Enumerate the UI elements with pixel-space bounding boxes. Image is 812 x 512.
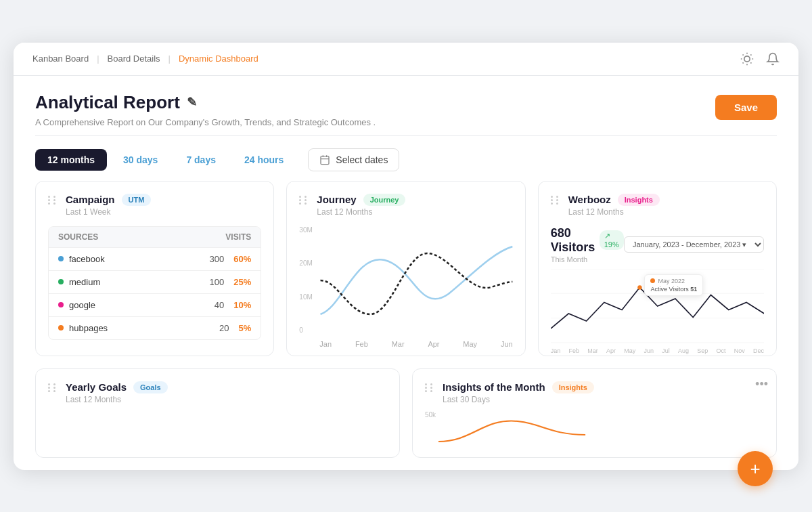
nav-sep-2: | xyxy=(168,54,171,64)
header-left: Analytical Report ✎ A Comprehensive Repo… xyxy=(35,92,376,127)
yearly-goals-title-area: Yearly Goals Goals Last 12 Months xyxy=(66,381,387,404)
insights-month-card: ••• Insights of the Month Insights Last … xyxy=(412,368,777,458)
fab-button[interactable]: + xyxy=(738,451,773,486)
svg-rect-9 xyxy=(321,156,329,164)
nav-icons xyxy=(740,52,780,66)
svg-point-0 xyxy=(744,56,750,61)
visitors-info: 680 Visitors ↗ 19% This Month xyxy=(551,226,624,263)
journey-chart: 30M 20M 10M 0 Jan Feb Mar Apr May xyxy=(299,226,512,335)
table-row: medium 10025% xyxy=(49,270,261,293)
nav-link-kanban[interactable]: Kanban Board xyxy=(32,54,89,64)
save-button[interactable]: Save xyxy=(715,95,777,120)
journey-card-header: Journey Journey Last 12 Months xyxy=(299,194,512,217)
fab-icon: + xyxy=(750,458,760,479)
bottom-grid: Yearly Goals Goals Last 12 Months ••• I xyxy=(14,368,798,470)
source-count: 100 xyxy=(210,277,225,287)
visits-col-header: VISITS xyxy=(225,232,251,242)
campaign-badge: UTM xyxy=(122,194,152,206)
insights-month-drag-handle[interactable] xyxy=(425,383,434,392)
werbooz-drag-handle[interactable] xyxy=(551,196,560,205)
source-pct: 60% xyxy=(233,254,251,264)
journey-x-labels: Jan Feb Mar Apr May Jun xyxy=(299,337,512,348)
campaign-card-header: Campaign UTM Last 1 Week xyxy=(48,194,261,217)
tab-24-hours[interactable]: 24 hours xyxy=(232,149,296,171)
campaign-drag-handle[interactable] xyxy=(48,196,58,205)
insights-month-badge: Insights xyxy=(552,381,594,393)
edit-icon[interactable]: ✎ xyxy=(187,95,197,110)
insights-month-header: Insights of the Month Insights Last 30 D… xyxy=(425,381,764,404)
werbooz-title: Werbooz xyxy=(568,194,611,205)
werbooz-x-labels: Jan Feb Mar Apr May Jun Jul Aug Sep Oct … xyxy=(551,346,764,354)
werbooz-tooltip: May 2022 Active Visitors 51 xyxy=(644,274,703,296)
campaign-title: Campaign xyxy=(66,194,115,205)
svg-line-7 xyxy=(743,62,744,63)
dashboard-grid: Campaign UTM Last 1 Week SOURCES VISITS … xyxy=(14,181,798,368)
journey-drag-handle[interactable] xyxy=(299,196,309,205)
tab-12-months[interactable]: 12 months xyxy=(35,149,107,171)
table-row: hubpages 205% xyxy=(49,316,261,339)
insights-y-label: 50k xyxy=(425,411,436,419)
yearly-goals-subtitle: Last 12 Months xyxy=(66,395,387,404)
table-row: google 4010% xyxy=(49,293,261,316)
sun-icon-button[interactable] xyxy=(740,52,754,66)
tab-30-days[interactable]: 30 days xyxy=(111,149,170,171)
select-dates-button[interactable]: Select dates xyxy=(308,148,399,171)
date-tabs: 12 months 30 days 7 days 24 hours Select… xyxy=(14,136,798,181)
date-range-select[interactable]: January, 2023 - December, 2023 ▾ xyxy=(624,236,764,253)
nav-link-board[interactable]: Board Details xyxy=(108,54,160,64)
this-month-label: This Month xyxy=(551,255,624,263)
visitors-change: ↗ 19% xyxy=(600,230,624,250)
insights-month-title: Insights of the Month xyxy=(443,381,545,393)
journey-card: Journey Journey Last 12 Months 30M 20M 1… xyxy=(286,181,525,356)
sources-table: SOURCES VISITS facebook 30060% medium 10… xyxy=(48,226,261,340)
svg-point-17 xyxy=(637,285,641,290)
campaign-card: Campaign UTM Last 1 Week SOURCES VISITS … xyxy=(35,181,274,356)
page-title: Analytical Report ✎ xyxy=(35,92,376,113)
source-name: facebook xyxy=(69,254,105,264)
yearly-goals-card: Yearly Goals Goals Last 12 Months xyxy=(35,368,400,458)
source-count: 20 xyxy=(219,323,229,333)
journey-title-area: Journey Journey Last 12 Months xyxy=(317,194,512,217)
campaign-title-area: Campaign UTM Last 1 Week xyxy=(66,194,261,217)
nav-links: Kanban Board | Board Details | Dynamic D… xyxy=(32,54,258,64)
yearly-goals-badge: Goals xyxy=(133,381,168,393)
nav-link-dynamic[interactable]: Dynamic Dashboard xyxy=(179,54,258,64)
werbooz-subtitle: Last 12 Months xyxy=(568,207,764,217)
svg-line-3 xyxy=(743,54,744,55)
yearly-goals-header: Yearly Goals Goals Last 12 Months xyxy=(48,381,387,404)
source-name: google xyxy=(69,300,95,310)
nav-sep-1: | xyxy=(97,54,99,64)
journey-badge: Journey xyxy=(363,194,406,206)
visitors-count: 680 Visitors xyxy=(551,226,595,255)
yearly-goals-drag-handle[interactable] xyxy=(48,383,58,392)
journey-title: Journey xyxy=(317,194,356,205)
svg-line-8 xyxy=(750,54,751,55)
source-pct: 25% xyxy=(233,277,251,287)
sources-col-header: SOURCES xyxy=(58,232,98,242)
journey-subtitle: Last 12 Months xyxy=(317,207,512,217)
select-dates-label: Select dates xyxy=(336,154,388,165)
werbooz-title-area: Werbooz Insights Last 12 Months xyxy=(568,194,764,217)
source-pct: 10% xyxy=(233,300,251,310)
insights-month-title-area: Insights of the Month Insights Last 30 D… xyxy=(443,381,764,404)
source-count: 300 xyxy=(210,254,225,264)
sources-header: SOURCES VISITS xyxy=(49,227,261,247)
werbooz-badge: Insights xyxy=(618,194,660,206)
werbooz-card: Werbooz Insights Last 12 Months 680 Visi… xyxy=(538,181,777,356)
source-count: 40 xyxy=(215,300,224,310)
svg-line-4 xyxy=(750,62,751,63)
insights-month-chart: 50k xyxy=(425,411,764,445)
header-subtitle: A Comprehensive Report on Our Company's … xyxy=(35,117,376,127)
insights-month-subtitle: Last 30 Days xyxy=(443,395,764,404)
nav-bar: Kanban Board | Board Details | Dynamic D… xyxy=(14,43,798,76)
campaign-subtitle: Last 1 Week xyxy=(66,207,261,217)
bell-icon-button[interactable] xyxy=(766,52,780,66)
tab-7-days[interactable]: 7 days xyxy=(174,149,228,171)
yearly-goals-title: Yearly Goals xyxy=(66,381,127,393)
table-row: facebook 30060% xyxy=(49,247,261,270)
visitors-header: 680 Visitors ↗ 19% This Month January, 2… xyxy=(551,226,764,263)
source-name: hubpages xyxy=(69,323,108,333)
more-options-button[interactable]: ••• xyxy=(755,377,768,391)
werbooz-chart: May 2022 Active Visitors 51 Jan xyxy=(551,269,764,343)
werbooz-card-header: Werbooz Insights Last 12 Months xyxy=(551,194,764,217)
